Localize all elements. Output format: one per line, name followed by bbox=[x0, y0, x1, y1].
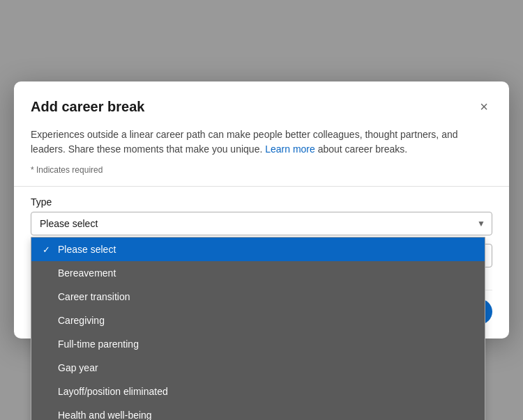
check-icon: ✓ bbox=[43, 244, 52, 255]
divider bbox=[14, 186, 509, 187]
dropdown-item-gap-year[interactable]: Gap year bbox=[31, 356, 485, 380]
dropdown-item-please-select[interactable]: ✓ Please select bbox=[31, 238, 485, 261]
description-text-2: about career breaks. bbox=[315, 143, 407, 155]
dropdown-item-label: Layoff/position eliminated bbox=[58, 386, 168, 397]
modal-header: Add career break × bbox=[31, 98, 492, 115]
dropdown-item-full-time-parenting[interactable]: Full-time parenting bbox=[31, 332, 485, 356]
required-note: * Indicates required bbox=[31, 165, 492, 175]
type-select[interactable]: Please select bbox=[31, 212, 492, 235]
close-button[interactable]: × bbox=[476, 98, 492, 115]
dropdown-item-caregiving[interactable]: Caregiving bbox=[31, 309, 485, 332]
learn-more-link[interactable]: Learn more bbox=[265, 143, 315, 155]
dropdown-item-label: Please select bbox=[58, 244, 116, 255]
dropdown-item-health[interactable]: Health and well-being bbox=[31, 403, 485, 420]
dropdown-item-bereavement[interactable]: Bereavement bbox=[31, 261, 485, 285]
dropdown-item-label: Health and well-being bbox=[58, 410, 152, 420]
dropdown-item-label: Full-time parenting bbox=[58, 339, 139, 350]
type-label: Type bbox=[31, 196, 492, 208]
type-dropdown[interactable]: ✓ Please select Bereavement Career trans… bbox=[31, 237, 485, 420]
dropdown-item-career-transition[interactable]: Career transition bbox=[31, 285, 485, 309]
modal-description: Experiences outside a linear career path… bbox=[31, 127, 492, 157]
dropdown-item-layoff[interactable]: Layoff/position eliminated bbox=[31, 380, 485, 403]
dropdown-item-label: Gap year bbox=[58, 362, 98, 373]
dropdown-item-label: Career transition bbox=[58, 291, 130, 302]
modal-title: Add career break bbox=[31, 99, 144, 115]
career-break-modal: Add career break × Experiences outside a… bbox=[14, 81, 509, 339]
dropdown-item-label: Caregiving bbox=[58, 315, 105, 326]
dropdown-item-label: Bereavement bbox=[58, 267, 116, 279]
type-select-wrapper: Please select ▼ ✓ Please select Bereavem… bbox=[31, 212, 492, 235]
